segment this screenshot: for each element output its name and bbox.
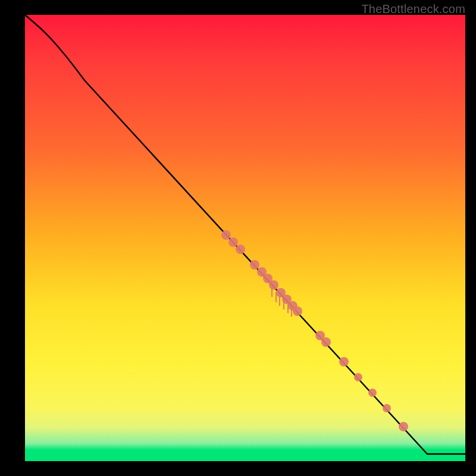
chart-svg [25,15,465,461]
main-curve [25,15,465,454]
watermark-text: TheBottleneck.com [361,2,465,16]
data-marker [236,245,245,254]
data-marker [269,280,278,290]
data-marker [321,337,331,347]
data-marker [250,260,259,270]
plot-area [25,15,465,461]
data-marker [399,422,408,431]
data-marker [228,237,238,247]
data-marker [339,357,349,367]
data-marker [368,389,377,397]
chart-frame: TheBottleneck.com [0,0,476,476]
data-marker [293,306,302,316]
data-marker [221,230,231,240]
data-marker [354,373,362,381]
data-marker [383,404,391,412]
